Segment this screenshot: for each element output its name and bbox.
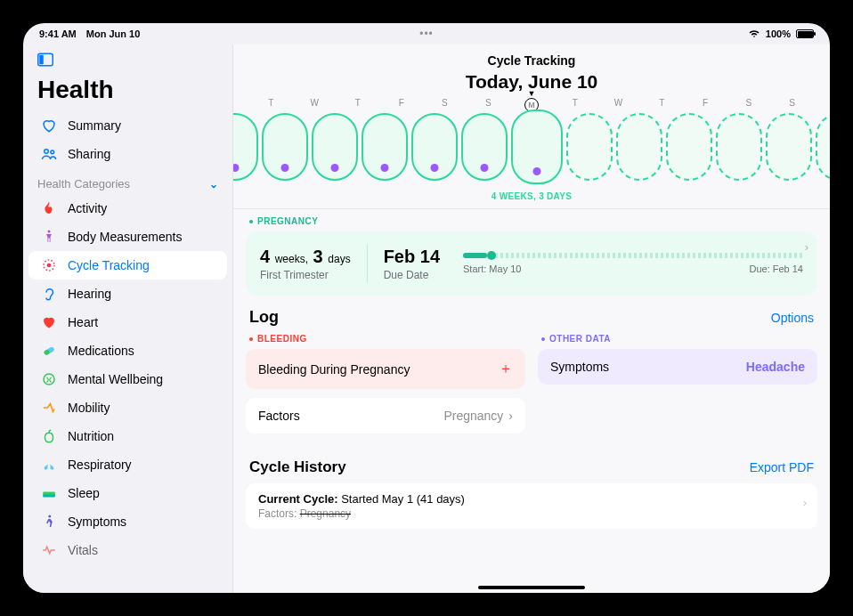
data-dot-icon — [533, 167, 541, 175]
trimester-label: First Trimester — [260, 269, 351, 281]
sidebar-item-heart[interactable]: Heart — [28, 308, 227, 336]
section-title: Health Categories — [37, 177, 130, 190]
sidebar-item-activity[interactable]: Activity — [28, 194, 227, 223]
svg-point-12 — [48, 515, 51, 518]
history-header: Cycle History Export PDF — [246, 455, 817, 483]
cycle-day-future[interactable] — [816, 113, 830, 181]
sidebar-item-respiratory[interactable]: Respiratory — [28, 450, 227, 479]
chevron-right-icon: › — [805, 240, 808, 254]
symptoms-value: Headache — [746, 360, 805, 374]
pregnancy-progress-bar — [463, 253, 803, 258]
sidebar-item-sharing[interactable]: Sharing — [28, 140, 227, 168]
multitask-dots[interactable]: ••• — [419, 28, 434, 40]
bullet-icon — [249, 220, 253, 223]
sidebar-item-label: Cycle Tracking — [68, 258, 150, 272]
history-card[interactable]: Current Cycle: Started May 1 (41 days) F… — [246, 483, 817, 529]
options-button[interactable]: Options — [771, 311, 814, 325]
sidebar-item-hearing[interactable]: Hearing — [28, 280, 227, 308]
bed-icon — [41, 485, 57, 501]
current-cycle-line: Current Cycle: Started May 1 (41 days) — [258, 492, 805, 506]
sidebar-item-label: Sharing — [68, 147, 110, 161]
factors-label: Factors — [258, 409, 300, 423]
data-dot-icon — [431, 164, 439, 172]
sidebar-item-mental[interactable]: Mental Wellbeing — [28, 365, 227, 393]
sidebar: Health Summary Sharing Health Categories… — [23, 45, 233, 593]
data-dot-icon — [233, 164, 240, 172]
day-letter: T — [249, 98, 293, 108]
bleeding-card[interactable]: Bleeding During Pregnancy ＋ — [246, 349, 525, 389]
sidebar-item-label: Hearing — [68, 287, 111, 301]
day-letter: T — [337, 98, 380, 108]
sidebar-item-nutrition[interactable]: Nutrition — [28, 422, 227, 450]
heart-outline-icon — [41, 118, 57, 134]
cycle-day[interactable] — [233, 113, 258, 181]
svg-rect-1 — [39, 55, 44, 65]
svg-rect-11 — [43, 495, 55, 498]
sidebar-item-label: Heart — [68, 315, 98, 329]
sidebar-item-medications[interactable]: Medications — [28, 336, 227, 365]
sidebar-item-label: Body Measurements — [68, 230, 182, 244]
cycle-day[interactable] — [461, 113, 508, 181]
label-text: BLEEDING — [257, 334, 307, 344]
brain-icon — [41, 371, 57, 387]
cycle-day-future[interactable] — [666, 113, 712, 181]
log-heading: Log — [249, 308, 279, 327]
bullet-icon — [541, 337, 545, 341]
health-categories-header[interactable]: Health Categories ⌄ — [23, 168, 232, 194]
due-label: Due: Feb 14 — [749, 263, 803, 274]
sidebar-item-label: Respiratory — [68, 458, 132, 472]
cycle-day[interactable] — [411, 113, 458, 181]
separator — [367, 244, 368, 283]
pill-icon — [41, 343, 57, 359]
gestation-seg: 4 weeks, 3 days First Trimester — [260, 247, 367, 281]
status-time: 9:41 AM — [39, 28, 77, 39]
sidebar-item-body[interactable]: Body Measurements — [28, 223, 227, 251]
start-label: Start: May 10 — [463, 263, 521, 274]
walking-icon — [41, 514, 57, 530]
pregnancy-section-label: PREGNANCY — [246, 215, 817, 231]
data-dot-icon — [281, 164, 289, 172]
label-text: PREGNANCY — [257, 216, 318, 226]
day-letter: W — [293, 98, 337, 108]
bleeding-label: BLEEDING — [246, 332, 525, 349]
sidebar-toggle-icon[interactable] — [23, 50, 232, 74]
svg-point-3 — [51, 150, 54, 154]
sidebar-item-label: Mental Wellbeing — [68, 372, 163, 386]
cycle-ovals[interactable] — [233, 108, 830, 188]
svg-point-9 — [44, 374, 54, 385]
chevron-right-icon: › — [803, 496, 807, 509]
people-icon — [41, 146, 57, 162]
sidebar-item-sleep[interactable]: Sleep — [28, 479, 227, 507]
day-letter: T — [640, 98, 684, 108]
factors-card[interactable]: Factors Pregnancy › — [246, 398, 525, 434]
export-pdf-button[interactable]: Export PDF — [750, 460, 814, 474]
cycle-day-future[interactable] — [766, 113, 812, 181]
svg-point-4 — [48, 231, 51, 233]
cycle-day-future[interactable] — [616, 113, 662, 181]
sidebar-item-summary[interactable]: Summary — [28, 111, 227, 140]
sidebar-item-mobility[interactable]: Mobility — [28, 393, 227, 422]
cycle-day-future[interactable] — [716, 113, 762, 181]
cycle-day-future[interactable] — [566, 113, 613, 181]
symptoms-card[interactable]: Symptoms Headache — [538, 349, 817, 385]
sidebar-item-cycle[interactable]: Cycle Tracking — [28, 251, 227, 280]
sidebar-item-label: Vitals — [68, 543, 98, 557]
main-scroll[interactable]: PREGNANCY 4 weeks, 3 days First Trimeste… — [233, 209, 830, 529]
cycle-day[interactable] — [262, 113, 308, 181]
day-letter: S — [467, 98, 510, 108]
pregnancy-card[interactable]: 4 weeks, 3 days First Trimester Feb 14 D… — [246, 231, 817, 296]
sidebar-item-symptoms[interactable]: Symptoms — [28, 507, 227, 536]
lungs-icon — [41, 457, 57, 473]
history-heading: Cycle History — [249, 458, 346, 476]
screen: ••• 9:41 AM Mon Jun 10 100% Health — [23, 23, 830, 593]
chevron-down-icon: ⌄ — [209, 178, 218, 190]
vitals-icon — [41, 542, 57, 558]
cycle-day[interactable] — [362, 113, 408, 181]
heart-icon — [41, 314, 57, 330]
home-indicator[interactable] — [478, 586, 585, 589]
cycle-day[interactable] — [312, 113, 358, 181]
log-col-left: BLEEDING Bleeding During Pregnancy ＋ Fac… — [246, 332, 525, 442]
due-date-value: Feb 14 — [384, 247, 440, 267]
cycle-day-today[interactable] — [511, 109, 563, 184]
sidebar-item-vitals[interactable]: Vitals — [28, 536, 227, 564]
